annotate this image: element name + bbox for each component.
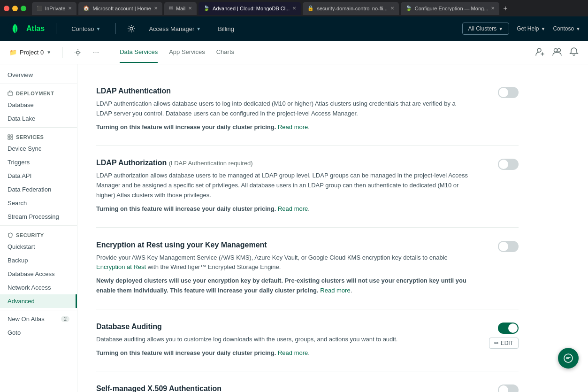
sidebar-item-database[interactable]: Database (0, 98, 77, 112)
access-manager-label: Access Manager (149, 25, 194, 32)
browser-tab-mail[interactable]: ✉ Mail ✕ (164, 2, 197, 15)
feature-auditing: Database Auditing Database auditing allo… (96, 309, 519, 372)
get-help-dropdown-icon: ▼ (541, 26, 545, 31)
tab-data-services[interactable]: Data Services (120, 42, 158, 63)
ldap-authz-control (481, 159, 519, 214)
get-help-button[interactable]: Get Help ▼ (517, 25, 545, 32)
tab-close[interactable]: ✕ (292, 6, 296, 11)
encryption-at-rest-link[interactable]: Encryption at Rest (96, 263, 146, 270)
encryption-read-more[interactable]: Read more (320, 287, 350, 294)
team-icon[interactable] (552, 47, 562, 58)
x509-control (481, 384, 519, 392)
x509-toggle[interactable] (498, 384, 519, 392)
sidebar-item-triggers[interactable]: Triggers (0, 155, 77, 169)
sidebar: Overview DEPLOYMENT Database Data Lake S (0, 64, 77, 392)
project-settings-icon (74, 49, 82, 56)
ldap-auth-control (481, 87, 519, 132)
x509-title: Self-managed X.509 Authentication (96, 384, 472, 392)
auditing-desc: Database auditing allows you to customiz… (96, 335, 472, 345)
sidebar-item-new-on-atlas[interactable]: New On Atlas 2 (0, 312, 77, 326)
ldap-authz-title: LDAP Authorization (LDAP Authentication … (96, 159, 472, 167)
sidebar-section-deployment: DEPLOYMENT (0, 86, 77, 98)
tab-close[interactable]: ✕ (68, 6, 72, 11)
project-selector[interactable]: 📁 Project 0 ▼ (9, 49, 51, 56)
sidebar-item-search[interactable]: Search (0, 196, 77, 210)
sidebar-divider1 (0, 84, 77, 84)
project-name: Project 0 (20, 49, 44, 56)
ldap-authz-read-more[interactable]: Read more (278, 205, 308, 212)
sidebar-item-goto[interactable]: Goto (0, 326, 77, 339)
sidebar-item-datalake[interactable]: Data Lake (0, 112, 77, 125)
access-manager-nav[interactable]: Access Manager ▼ (145, 23, 205, 34)
billing-nav[interactable]: Billing (214, 23, 238, 34)
tab-close[interactable]: ✕ (188, 6, 192, 11)
window-min[interactable] (12, 6, 18, 11)
deployment-icon (8, 91, 13, 96)
header-settings[interactable] (127, 24, 136, 33)
more-options[interactable]: ⋯ (93, 49, 99, 56)
access-manager-dropdown-icon: ▼ (196, 26, 201, 31)
browser-chrome: ⬛ InPrivate ✕ 🏠 Microsoft account | Home… (0, 0, 588, 16)
all-clusters-dropdown-icon: ▼ (498, 26, 503, 31)
auditing-edit-button[interactable]: ✏ EDIT (489, 338, 519, 349)
sidebar-item-advanced[interactable]: Advanced (0, 294, 77, 308)
tab-app-services[interactable]: App Services (169, 42, 205, 63)
browser-tab-encryption[interactable]: 🍃 Configure Encryption — Mong... ✕ (401, 2, 500, 15)
ldap-auth-warning: Turning on this feature will increase yo… (96, 123, 472, 132)
project-folder-icon: 📁 (9, 49, 17, 56)
browser-tab-atlas[interactable]: 🍃 Advanced | Cloud: MongoDB Cl... ✕ (199, 2, 301, 15)
svg-point-2 (76, 51, 79, 54)
toggle-check-icon: ✓ (512, 325, 517, 331)
sidebar-divider3 (0, 225, 77, 226)
svg-point-1 (130, 27, 133, 30)
auditing-toggle[interactable]: ✓ (498, 323, 519, 334)
sidebar-item-device-sync[interactable]: Device Sync (0, 142, 77, 155)
ldap-auth-read-more[interactable]: Read more (278, 123, 308, 131)
svg-rect-8 (11, 135, 13, 137)
sub-header-actions (535, 47, 579, 58)
feature-encryption: Encryption at Rest using your Key Manage… (96, 228, 519, 309)
encryption-toggle[interactable] (498, 241, 519, 252)
tab-close[interactable]: ✕ (154, 6, 158, 11)
window-close[interactable] (4, 6, 9, 11)
svg-rect-10 (11, 138, 13, 139)
tab-close[interactable]: ✕ (491, 6, 495, 11)
sidebar-item-quickstart[interactable]: Quickstart (0, 240, 77, 254)
ldap-authz-toggle[interactable] (498, 159, 519, 170)
ldap-authz-subtitle: (LDAP Authentication required) (169, 160, 253, 167)
chat-icon (563, 353, 573, 363)
browser-tab-home[interactable]: 🏠 Microsoft account | Home ✕ (78, 2, 162, 15)
sidebar-item-stream-processing[interactable]: Stream Processing (0, 210, 77, 223)
sidebar-item-database-access[interactable]: Database Access (0, 267, 77, 281)
sidebar-item-overview[interactable]: Overview (0, 68, 77, 82)
invite-user-icon[interactable] (535, 47, 545, 58)
browser-tab-security[interactable]: 🔒 security-domain-control no-fli... ✕ (303, 2, 398, 15)
user-label: Contoso (553, 25, 574, 32)
encryption-desc: Provide your AWS Key Management Service … (96, 253, 472, 273)
auditing-read-more[interactable]: Read more (278, 349, 308, 356)
auditing-warning: Turning on this feature will increase yo… (96, 348, 472, 358)
ldap-auth-toggle[interactable] (498, 87, 519, 98)
org-dropdown-icon: ▼ (96, 26, 101, 31)
tab-close[interactable]: ✕ (390, 6, 394, 11)
tab-charts[interactable]: Charts (216, 42, 234, 63)
sidebar-divider4 (0, 310, 77, 310)
window-max[interactable] (21, 6, 26, 11)
notifications-icon[interactable] (569, 47, 579, 58)
sidebar-item-data-federation[interactable]: Data Federation (0, 183, 77, 196)
new-tab-button[interactable]: + (503, 4, 507, 13)
browser-tab-inprivate[interactable]: ⬛ InPrivate ✕ (32, 2, 76, 15)
all-clusters-button[interactable]: All Clusters ▼ (462, 23, 510, 35)
security-icon (8, 232, 13, 238)
user-menu[interactable]: Contoso ▼ (553, 25, 580, 32)
org-selector[interactable]: Contoso ▼ (68, 23, 104, 34)
project-settings[interactable] (74, 49, 82, 56)
sidebar-item-backup[interactable]: Backup (0, 254, 77, 267)
svg-rect-6 (8, 92, 13, 95)
sub-header-nav: Data Services App Services Charts (120, 42, 234, 63)
sidebar-item-network-access[interactable]: Network Access (0, 281, 77, 294)
chat-button[interactable] (558, 348, 579, 369)
sub-header-divider (62, 47, 63, 58)
ldap-auth-title: LDAP Authentication (96, 87, 472, 95)
sidebar-item-data-api[interactable]: Data API (0, 169, 77, 183)
